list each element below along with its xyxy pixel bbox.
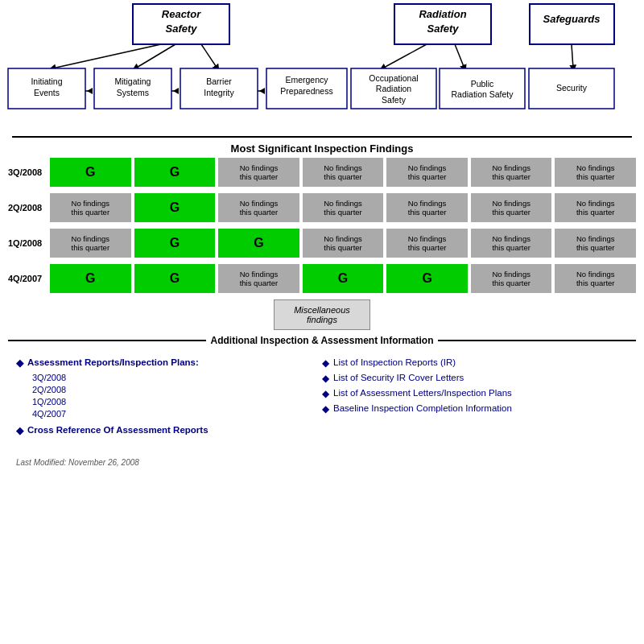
finding-cell[interactable]: No findingsthis quarter xyxy=(218,193,299,222)
svg-line-10 xyxy=(201,44,217,68)
finding-cell[interactable]: No findingsthis quarter xyxy=(386,158,468,187)
svg-text:Emergency: Emergency xyxy=(285,75,328,85)
finding-cell[interactable]: No findingsthis quarter xyxy=(303,229,384,258)
finding-cell[interactable]: No findingsthis quarter xyxy=(555,158,636,187)
svg-line-12 xyxy=(455,44,464,68)
finding-cell[interactable]: No findingsthis quarter xyxy=(386,229,468,258)
links-area: ◆ Assessment Reports/Inspection Plans: 3… xyxy=(0,349,644,448)
diamond-icon: ◆ xyxy=(16,357,23,369)
additional-header: Additional Inspection & Assessment Infor… xyxy=(211,335,434,346)
svg-rect-0 xyxy=(133,4,229,44)
inspection-reports-link[interactable]: ◆ List of Inspection Reports (IR) xyxy=(322,357,628,369)
findings-header: Most Significant Inspection Findings xyxy=(0,142,644,155)
quarter-link-2q2008[interactable]: 2Q/2008 xyxy=(32,385,322,394)
svg-text:Radiation Safety: Radiation Safety xyxy=(451,89,514,99)
svg-text:Security: Security xyxy=(556,83,588,93)
additional-divider-row: Additional Inspection & Assessment Infor… xyxy=(8,335,636,346)
baseline-label: Baseline Inspection Completion Informati… xyxy=(333,403,512,413)
finding-cell[interactable]: No findingsthis quarter xyxy=(555,193,636,222)
findings-row-2q2008: 2Q/2008 No findingsthis quarter G No fin… xyxy=(8,193,636,222)
finding-cell[interactable]: G xyxy=(134,193,216,222)
finding-cell[interactable]: G xyxy=(134,158,216,187)
finding-cell[interactable]: No findingsthis quarter xyxy=(555,229,636,258)
svg-text:Public: Public xyxy=(471,79,494,89)
finding-cell[interactable]: No findingsthis quarter xyxy=(50,193,131,222)
svg-rect-6 xyxy=(530,4,614,44)
svg-rect-29 xyxy=(266,68,347,109)
svg-marker-17 xyxy=(87,88,93,94)
svg-rect-14 xyxy=(8,68,85,109)
quarter-link-4q2007[interactable]: 4Q/2007 xyxy=(32,409,322,419)
finding-cell[interactable]: G xyxy=(134,264,216,293)
finding-cell[interactable]: No findingsthis quarter xyxy=(218,158,299,187)
svg-rect-39 xyxy=(529,68,614,109)
top-divider xyxy=(12,136,632,138)
svg-text:Radiation: Radiation xyxy=(376,84,412,93)
svg-rect-3 xyxy=(394,4,491,44)
svg-text:Occupational: Occupational xyxy=(369,73,418,83)
finding-cell[interactable]: G xyxy=(134,229,216,258)
svg-text:Systems: Systems xyxy=(117,88,149,97)
svg-marker-27 xyxy=(259,88,265,94)
svg-text:Reactor: Reactor xyxy=(162,8,201,20)
finding-cell[interactable]: G xyxy=(218,229,299,258)
quarter-label: 1Q/2008 xyxy=(8,238,47,248)
divider-left xyxy=(8,340,206,341)
diamond-icon: ◆ xyxy=(16,425,23,436)
finding-cell[interactable]: No findingsthis quarter xyxy=(471,158,552,187)
links-left-panel: ◆ Assessment Reports/Inspection Plans: 3… xyxy=(16,357,322,440)
svg-text:Mitigating: Mitigating xyxy=(115,76,151,86)
baseline-inspection-link[interactable]: ◆ Baseline Inspection Completion Informa… xyxy=(322,403,628,415)
finding-cell[interactable]: G xyxy=(50,264,131,293)
security-ir-link[interactable]: ◆ List of Security IR Cover Letters xyxy=(322,373,628,384)
finding-cell[interactable]: No findingsthis quarter xyxy=(50,229,131,258)
security-ir-label: List of Security IR Cover Letters xyxy=(333,373,464,382)
svg-marker-22 xyxy=(173,88,179,94)
svg-rect-36 xyxy=(440,68,525,109)
divider-right xyxy=(438,340,636,341)
links-right-panel: ◆ List of Inspection Reports (IR) ◆ List… xyxy=(322,357,628,440)
footer: Last Modified: November 26, 2008 xyxy=(0,452,644,473)
svg-text:Safety: Safety xyxy=(165,23,197,35)
svg-text:Radiation: Radiation xyxy=(419,8,466,20)
diamond-icon: ◆ xyxy=(322,403,329,415)
finding-cell[interactable]: No findingsthis quarter xyxy=(555,264,636,293)
finding-cell[interactable]: G xyxy=(50,158,131,187)
svg-text:Safety: Safety xyxy=(382,95,407,105)
quarter-link-1q2008[interactable]: 1Q/2008 xyxy=(32,397,322,407)
finding-cell[interactable]: G xyxy=(386,264,468,293)
finding-cell[interactable]: No findingsthis quarter xyxy=(471,264,552,293)
finding-cell[interactable]: No findingsthis quarter xyxy=(471,229,552,258)
cross-reference-label: Cross Reference Of Assessment Reports xyxy=(27,425,208,435)
svg-text:Preparedness: Preparedness xyxy=(280,86,332,96)
svg-text:Integrity: Integrity xyxy=(204,88,234,97)
finding-cell[interactable]: No findingsthis quarter xyxy=(303,158,384,187)
finding-cell[interactable]: No findingsthis quarter xyxy=(218,264,299,293)
finding-cell[interactable]: No findingsthis quarter xyxy=(303,193,384,222)
svg-line-8 xyxy=(52,44,161,68)
quarter-link-3q2008[interactable]: 3Q/2008 xyxy=(32,373,322,382)
misc-area: Miscellaneous findings xyxy=(0,299,644,330)
quarter-label: 4Q/2007 xyxy=(8,274,47,283)
finding-cell[interactable]: No findingsthis quarter xyxy=(471,193,552,222)
diagram-area: Reactor Safety Radiation Safety Safeguar… xyxy=(0,0,644,133)
assessment-reports-label: Assessment Reports/Inspection Plans: xyxy=(27,357,199,367)
cross-reference-link[interactable]: ◆ Cross Reference Of Assessment Reports xyxy=(16,425,322,436)
svg-text:Safeguards: Safeguards xyxy=(543,13,601,25)
misc-findings-box[interactable]: Miscellaneous findings xyxy=(274,299,370,330)
assessment-letters-label: List of Assessment Letters/Inspection Pl… xyxy=(333,388,512,398)
assessment-letters-link[interactable]: ◆ List of Assessment Letters/Inspection … xyxy=(322,388,628,399)
ir-label: List of Inspection Reports (IR) xyxy=(333,357,456,367)
svg-text:Barrier: Barrier xyxy=(206,76,232,86)
diamond-icon: ◆ xyxy=(322,388,329,399)
findings-row-1q2008: 1Q/2008 No findingsthis quarter G G No f… xyxy=(8,229,636,258)
svg-text:Safety: Safety xyxy=(427,23,459,35)
svg-line-9 xyxy=(135,44,175,68)
svg-line-11 xyxy=(382,44,427,68)
finding-cell[interactable]: No findingsthis quarter xyxy=(386,193,468,222)
svg-line-13 xyxy=(572,44,573,68)
assessment-reports-link[interactable]: ◆ Assessment Reports/Inspection Plans: xyxy=(16,357,322,369)
finding-cell[interactable]: G xyxy=(303,264,384,293)
quarter-label: 2Q/2008 xyxy=(8,203,47,213)
findings-area: 3Q/2008 G G No findingsthis quarter No f… xyxy=(0,158,644,293)
